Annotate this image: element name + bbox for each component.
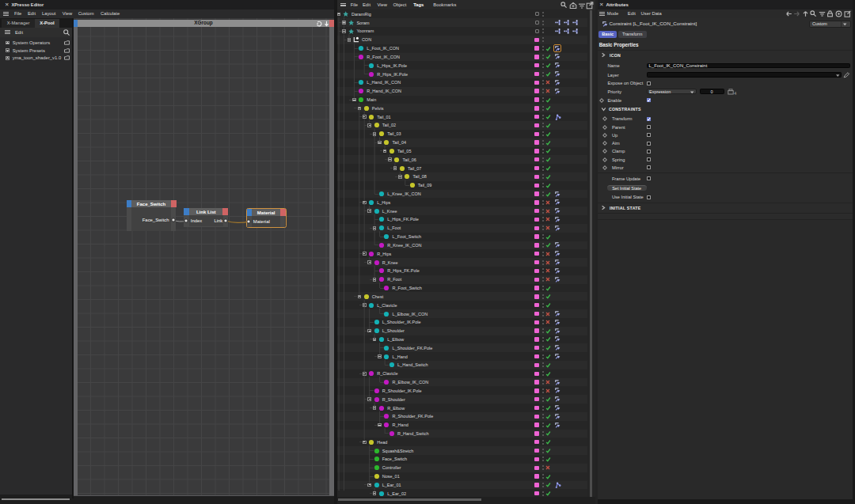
svg-text:4: 4: [734, 90, 736, 95]
